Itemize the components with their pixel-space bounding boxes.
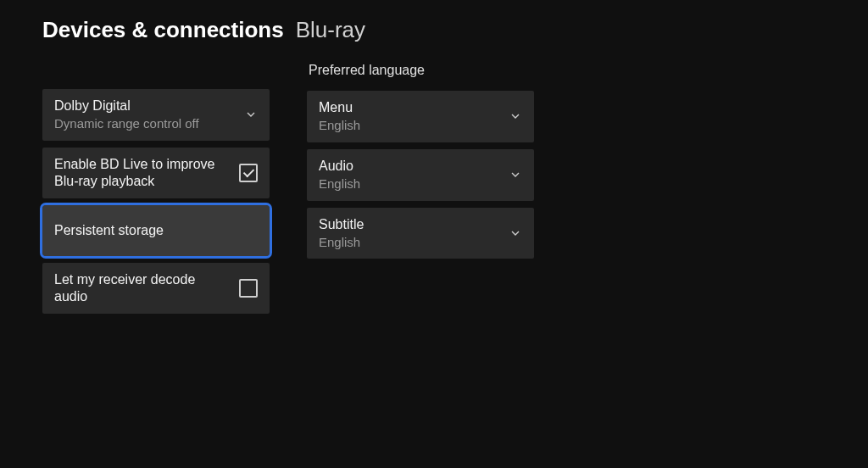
menu-label: Menu [319,99,500,116]
checkbox-checked-icon [239,164,258,182]
breadcrumb: Devices & connections [42,17,284,43]
bd-live-toggle[interactable]: Enable BD Live to improve Blu-ray playba… [42,148,270,198]
subtitle-language-dropdown[interactable]: Subtitle English [307,208,534,259]
settings-page: Devices & connections Blu-ray Dolby Digi… [0,0,868,331]
page-header: Devices & connections Blu-ray [42,17,826,43]
menu-value: English [319,118,500,134]
subtitle-label: Subtitle [319,216,500,233]
persistent-storage-label: Persistent storage [54,222,258,239]
page-title: Blu-ray [296,17,365,43]
chevron-down-icon [509,226,522,240]
dolby-label: Dolby Digital [54,98,236,114]
persistent-storage-button[interactable]: Persistent storage [42,205,270,256]
audio-value: English [319,176,500,192]
chevron-down-icon [244,108,258,121]
audio-language-dropdown[interactable]: Audio English [307,149,534,201]
dolby-digital-dropdown[interactable]: Dolby Digital Dynamic range control off [42,89,270,141]
chevron-down-icon [509,168,522,181]
chevron-down-icon [509,109,522,123]
receiver-label: Let my receiver decode audio [54,271,231,305]
bd-live-label: Enable BD Live to improve Blu-ray playba… [54,156,231,190]
audio-label: Audio [319,158,500,175]
receiver-decode-toggle[interactable]: Let my receiver decode audio [42,263,270,314]
preferred-language-label: Preferred language [307,58,534,82]
left-column: Dolby Digital Dynamic range control off … [42,89,270,314]
menu-language-dropdown[interactable]: Menu English [307,91,534,142]
settings-columns: Dolby Digital Dynamic range control off … [42,89,826,314]
right-column: Preferred language Menu English Audio En… [307,58,534,259]
subtitle-value: English [319,235,500,251]
dolby-value: Dynamic range control off [54,116,236,132]
checkbox-unchecked-icon [239,279,258,298]
